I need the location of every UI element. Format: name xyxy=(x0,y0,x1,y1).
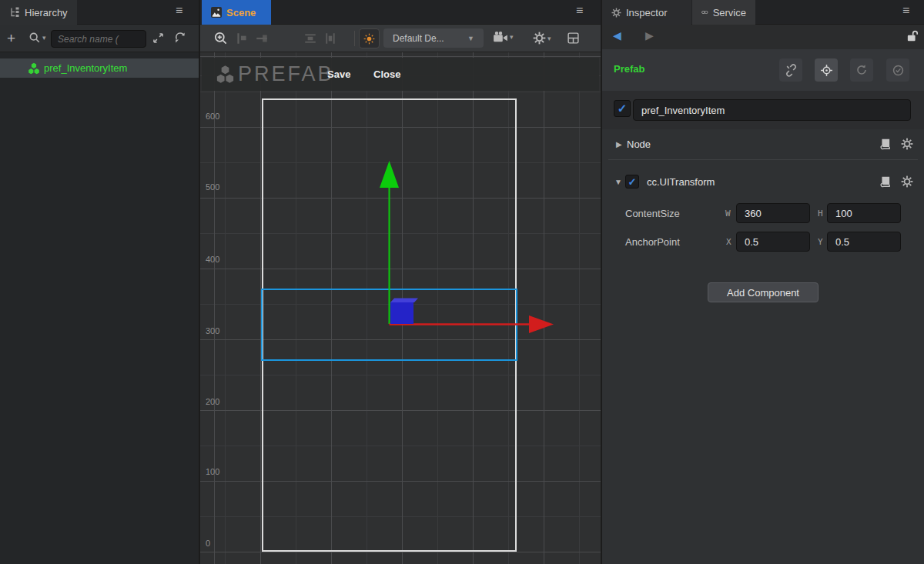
tab-inspector[interactable]: Inspector xyxy=(602,0,691,25)
uitransform-collapse-icon[interactable]: ▼ xyxy=(614,178,625,186)
node-name-input[interactable] xyxy=(633,99,911,121)
layout-split-button[interactable] xyxy=(567,32,580,45)
distribute-horizontal-button[interactable] xyxy=(303,32,317,45)
align-center-button[interactable] xyxy=(255,32,269,45)
gear-icon xyxy=(611,8,621,18)
hierarchy-panel: Hierarchy ≡ + ▾ pref_InventoryItem xyxy=(0,0,199,564)
scene-tab-label: Scene xyxy=(226,7,256,18)
search-filter-button[interactable]: ▾ xyxy=(28,32,46,44)
anchor-point-y-input[interactable] xyxy=(827,232,901,252)
inspector-tabbar: Inspector Service ≡ xyxy=(602,0,924,25)
locate-prefab-asset-button[interactable] xyxy=(815,58,838,82)
sync-icon xyxy=(174,32,186,44)
zoom-in-icon xyxy=(213,31,228,45)
gear-icon xyxy=(533,32,546,45)
unlink-icon xyxy=(785,64,798,77)
inspector-nav-row: ◀ ▶ xyxy=(602,25,924,49)
section-divider xyxy=(608,159,918,160)
hierarchy-tab-label: Hierarchy xyxy=(25,7,68,18)
distribute-vertical-icon xyxy=(323,32,337,45)
gizmo-cube-face[interactable] xyxy=(390,302,413,324)
prefab-close-button[interactable]: Close xyxy=(373,68,400,80)
uitransform-docs-icon[interactable] xyxy=(879,175,892,188)
anchor-point-x-input[interactable] xyxy=(736,232,810,252)
align-center-icon xyxy=(255,32,269,45)
node-active-checkbox[interactable]: ✓ xyxy=(614,100,631,117)
search-icon xyxy=(28,32,41,44)
uitransform-section-label: cc.UITransform xyxy=(647,176,715,188)
content-size-height-input[interactable] xyxy=(827,203,901,223)
height-axis-label: H xyxy=(818,209,823,219)
width-axis-label: W xyxy=(725,209,731,219)
scene-viewport[interactable]: 600 500 400 300 200 100 0 PREFAB Save C xyxy=(200,52,601,564)
inspector-menu-icon[interactable]: ≡ xyxy=(902,4,909,18)
align-left-button[interactable] xyxy=(235,32,249,45)
node-collapse-icon[interactable]: ▶ xyxy=(616,140,627,149)
scene-image-icon xyxy=(211,7,222,18)
node-docs-icon[interactable] xyxy=(879,138,892,150)
x-axis-label: X xyxy=(726,237,732,247)
hierarchy-tabbar: Hierarchy ≡ xyxy=(0,0,199,25)
add-node-button[interactable]: + xyxy=(7,30,15,47)
sun-icon xyxy=(363,33,375,45)
expand-arrows-icon xyxy=(152,32,164,44)
revert-prefab-button[interactable] xyxy=(850,58,873,82)
expand-all-button[interactable] xyxy=(152,32,164,44)
scene-panel: Scene ≡ Default xyxy=(200,0,601,564)
unlink-prefab-button[interactable] xyxy=(779,58,802,82)
settings-caret-icon: ▾ xyxy=(547,35,551,42)
hierarchy-item-label: pref_InventoryItem xyxy=(44,62,127,74)
distribute-vertical-button[interactable] xyxy=(323,32,337,45)
service-tab-label: Service xyxy=(713,7,746,18)
hierarchy-toolbar: + ▾ xyxy=(0,25,199,52)
transform-gizmo xyxy=(200,52,601,564)
window-layout-icon xyxy=(567,32,580,45)
apply-prefab-button[interactable] xyxy=(886,58,909,82)
node-name-row: ✓ xyxy=(602,91,924,129)
prefab-asset-label: Prefab xyxy=(614,63,644,75)
scene-settings-button[interactable]: ▾ xyxy=(533,32,551,45)
add-component-button[interactable]: Add Component xyxy=(708,282,819,302)
hierarchy-menu-icon[interactable]: ≡ xyxy=(176,4,182,18)
gizmo-x-arrowhead[interactable] xyxy=(529,315,554,333)
prefab-cube-icon xyxy=(28,62,40,75)
history-back-button[interactable]: ◀ xyxy=(613,29,621,42)
node-section-label: Node xyxy=(627,138,651,150)
search-input[interactable] xyxy=(51,30,146,48)
tab-scene[interactable]: Scene xyxy=(202,0,271,25)
uitransform-enabled-checkbox[interactable]: ✓ xyxy=(625,175,639,189)
gizmo-y-arrowhead[interactable] xyxy=(380,161,399,188)
inspector-tab-label: Inspector xyxy=(626,7,667,18)
device-dropdown[interactable]: Default De... ▼ xyxy=(383,28,484,48)
tab-hierarchy[interactable]: Hierarchy xyxy=(0,0,77,25)
link-icon xyxy=(701,8,708,16)
gizmo-cube-top[interactable] xyxy=(390,299,418,303)
lock-inspector-button[interactable] xyxy=(906,30,918,42)
search-filter-caret-icon: ▾ xyxy=(42,34,46,42)
lighting-toggle-button[interactable] xyxy=(359,28,380,48)
node-gear-icon[interactable] xyxy=(901,138,913,150)
zoom-tool-button[interactable] xyxy=(213,31,228,45)
camera-view-button[interactable]: ▾ xyxy=(493,31,514,43)
prefab-mode-title: PREFAB xyxy=(238,62,334,86)
toolbar-divider xyxy=(354,31,355,46)
content-size-width-input[interactable] xyxy=(736,203,810,223)
prefab-cube-icon xyxy=(216,65,235,84)
uitransform-section-header[interactable]: ▼ ✓ cc.UITransform xyxy=(602,170,924,193)
prefab-save-button[interactable]: Save xyxy=(327,68,350,80)
check-circle-icon xyxy=(892,64,905,77)
uitransform-gear-icon[interactable] xyxy=(901,175,913,188)
unlock-icon xyxy=(906,30,918,42)
prefab-edit-bar: PREFAB Save Close xyxy=(202,58,599,91)
hierarchy-tree-icon xyxy=(9,7,20,18)
refresh-hierarchy-button[interactable] xyxy=(174,32,186,44)
hierarchy-item-pref-inventoryitem[interactable]: pref_InventoryItem xyxy=(0,58,199,78)
device-dropdown-arrow-icon: ▼ xyxy=(467,35,474,42)
history-forward-button[interactable]: ▶ xyxy=(645,29,654,42)
node-section-header[interactable]: ▶ Node xyxy=(602,132,924,155)
inspector-panel: Inspector Service ≡ ◀ ▶ Prefab xyxy=(602,0,924,564)
scene-menu-icon[interactable]: ≡ xyxy=(576,4,583,18)
tab-service[interactable]: Service xyxy=(692,0,755,25)
cocos-creator-editor: Hierarchy ≡ + ▾ pref_InventoryItem xyxy=(0,0,924,564)
prefab-asset-row: Prefab xyxy=(602,49,924,91)
